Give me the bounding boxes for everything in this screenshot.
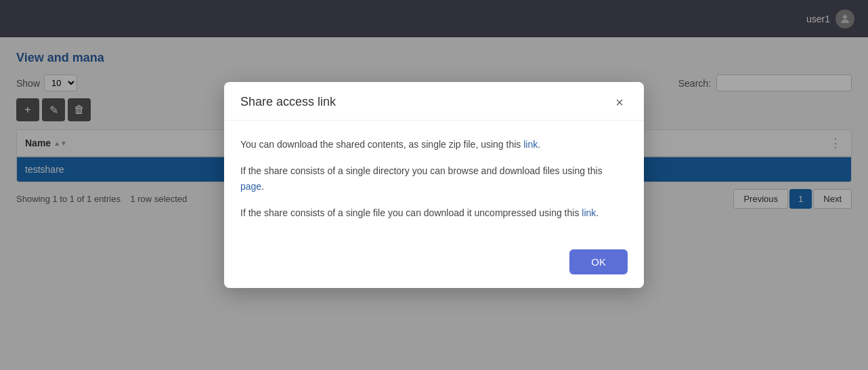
modal-overlay: Share access link × You can download the…	[0, 0, 868, 370]
modal-body: You can download the shared contents, as…	[224, 121, 644, 239]
modal-paragraph-3: If the share consists of a single file y…	[240, 205, 628, 221]
page-link[interactable]: page	[240, 181, 261, 192]
modal-header: Share access link ×	[224, 82, 644, 121]
file-link[interactable]: link	[582, 207, 596, 218]
modal-paragraph-2: If the share consists of a single direct…	[240, 163, 628, 194]
modal-paragraph-1: You can download the shared contents, as…	[240, 137, 628, 152]
ok-button[interactable]: OK	[569, 249, 628, 274]
modal-footer: OK	[224, 239, 644, 288]
modal-title: Share access link	[240, 95, 336, 109]
share-access-link-modal: Share access link × You can download the…	[224, 82, 644, 288]
zip-link[interactable]: link	[523, 139, 538, 150]
modal-close-button[interactable]: ×	[611, 94, 628, 110]
